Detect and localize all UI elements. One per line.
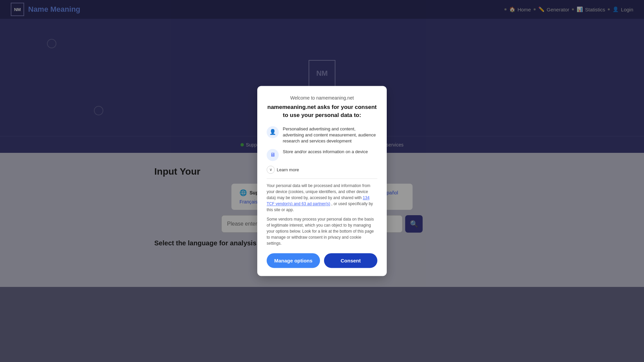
consent-button[interactable]: Consent	[324, 253, 377, 268]
manage-options-button[interactable]: Manage options	[267, 253, 320, 268]
consent-desc-1: Your personal data will be processed and…	[267, 183, 377, 213]
learn-more-label: Learn more	[277, 167, 299, 172]
consent-icon-1: 👤	[267, 126, 279, 138]
modal-divider	[267, 179, 377, 179]
consent-modal: Welcome to namemeaning.net namemeaning.n…	[257, 86, 387, 276]
consent-text-1: Personalised advertising and content, ad…	[283, 126, 377, 144]
person-icon: 👤	[269, 129, 276, 135]
consent-icon-2: 🖥	[267, 149, 279, 161]
consent-item-2: 🖥 Store and/or access information on a d…	[267, 149, 377, 161]
consent-desc-1-text: Your personal data will be processed and…	[267, 184, 370, 200]
chevron-down-icon: ∨	[267, 166, 275, 174]
device-icon: 🖥	[270, 152, 275, 158]
modal-welcome: Welcome to namemeaning.net	[267, 95, 377, 101]
modal-buttons: Manage options Consent	[267, 253, 377, 268]
learn-more-row[interactable]: ∨ Learn more	[267, 166, 377, 174]
modal-title: namemeaning.net asks for your consent to…	[267, 103, 377, 119]
consent-text-2: Store and/or access information on a dev…	[283, 149, 368, 155]
consent-desc-2: Some vendors may process your personal d…	[267, 217, 377, 247]
consent-item-1: 👤 Personalised advertising and content, …	[267, 126, 377, 144]
